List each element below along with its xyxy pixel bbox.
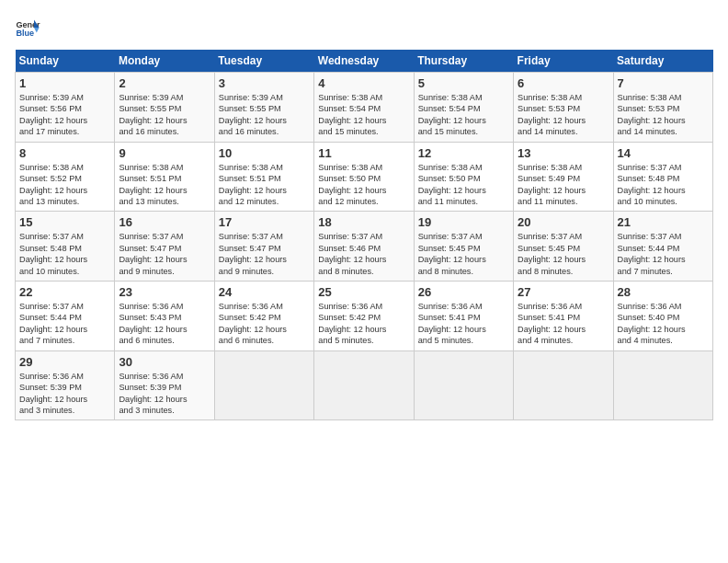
page-header: General Blue [15,15,713,40]
week-row-4: 22Sunrise: 5:37 AMSunset: 5:44 PMDayligh… [16,282,713,351]
info-line: Sunset: 5:43 PM [119,313,181,322]
info-line: Sunrise: 5:39 AM [219,93,283,102]
weekday-header-row: SundayMondayTuesdayWednesdayThursdayFrid… [16,50,713,73]
day-number: 12 [418,146,509,160]
info-line: and 7 minutes. [19,336,74,345]
day-info: Sunrise: 5:37 AMSunset: 5:48 PMDaylight:… [19,231,110,277]
day-info: Sunrise: 5:37 AMSunset: 5:47 PMDaylight:… [219,231,310,277]
info-line: and 8 minutes. [518,267,573,276]
info-line: and 9 minutes. [119,267,174,276]
day-number: 20 [518,215,609,229]
day-cell [514,350,613,420]
info-line: Daylight: 12 hours [119,255,187,264]
day-number: 25 [318,285,409,299]
info-line: Sunset: 5:39 PM [19,383,82,392]
info-line: Sunset: 5:50 PM [418,174,481,183]
day-cell: 13Sunrise: 5:38 AMSunset: 5:49 PMDayligh… [514,142,613,212]
logo: General Blue [15,15,44,40]
day-info: Sunrise: 5:36 AMSunset: 5:41 PMDaylight:… [518,301,609,347]
day-number: 23 [119,285,210,299]
info-line: Sunrise: 5:38 AM [518,163,582,172]
info-line: Daylight: 12 hours [219,186,287,195]
day-number: 14 [618,146,709,160]
info-line: and 8 minutes. [318,267,373,276]
day-cell: 24Sunrise: 5:36 AMSunset: 5:42 PMDayligh… [214,282,313,351]
info-line: Sunset: 5:48 PM [19,244,82,253]
day-number: 16 [119,215,210,229]
day-number: 5 [418,76,509,90]
day-info: Sunrise: 5:37 AMSunset: 5:45 PMDaylight:… [418,231,509,277]
info-line: Daylight: 12 hours [518,255,586,264]
info-line: and 16 minutes. [219,127,279,136]
info-line: Daylight: 12 hours [19,255,87,264]
day-number: 21 [618,215,709,229]
info-line: Sunset: 5:51 PM [219,174,281,183]
day-number: 13 [518,146,609,160]
info-line: Sunrise: 5:38 AM [318,163,382,172]
day-cell: 16Sunrise: 5:37 AMSunset: 5:47 PMDayligh… [115,212,214,282]
info-line: Sunrise: 5:38 AM [418,93,483,102]
info-line: Sunrise: 5:36 AM [119,302,183,311]
info-line: Daylight: 12 hours [518,116,586,125]
info-line: and 12 minutes. [219,197,279,206]
info-line: Sunrise: 5:37 AM [518,232,582,241]
info-line: Sunset: 5:41 PM [418,313,481,322]
day-number: 2 [119,76,210,90]
info-line: Sunset: 5:54 PM [418,104,481,113]
info-line: and 5 minutes. [318,336,373,345]
day-number: 27 [518,285,609,299]
weekday-header-friday: Friday [514,50,613,73]
info-line: and 13 minutes. [19,197,79,206]
info-line: Sunset: 5:51 PM [119,174,181,183]
day-info: Sunrise: 5:37 AMSunset: 5:48 PMDaylight:… [618,162,709,208]
info-line: Daylight: 12 hours [618,325,686,334]
info-line: Daylight: 12 hours [219,116,287,125]
day-info: Sunrise: 5:37 AMSunset: 5:47 PMDaylight:… [119,231,210,277]
weekday-header-wednesday: Wednesday [314,50,414,73]
day-cell: 15Sunrise: 5:37 AMSunset: 5:48 PMDayligh… [16,212,115,282]
day-info: Sunrise: 5:36 AMSunset: 5:40 PMDaylight:… [618,301,709,347]
info-line: Sunset: 5:52 PM [19,174,82,183]
day-cell [613,350,712,420]
info-line: Daylight: 12 hours [318,116,386,125]
day-info: Sunrise: 5:38 AMSunset: 5:53 PMDaylight:… [518,92,609,138]
info-line: Sunrise: 5:39 AM [19,93,84,102]
day-number: 15 [19,215,110,229]
info-line: Daylight: 12 hours [418,116,486,125]
info-line: Daylight: 12 hours [19,325,87,334]
info-line: Sunrise: 5:37 AM [318,232,382,241]
info-line: Daylight: 12 hours [518,186,586,195]
day-number: 19 [418,215,509,229]
info-line: Sunset: 5:42 PM [219,313,281,322]
day-number: 9 [119,146,210,160]
info-line: Daylight: 12 hours [318,325,386,334]
info-line: and 5 minutes. [418,336,473,345]
day-info: Sunrise: 5:38 AMSunset: 5:49 PMDaylight:… [518,162,609,208]
day-number: 1 [19,76,110,90]
day-info: Sunrise: 5:36 AMSunset: 5:39 PMDaylight:… [19,371,110,417]
day-cell: 1Sunrise: 5:39 AMSunset: 5:56 PMDaylight… [16,73,115,143]
info-line: Sunrise: 5:39 AM [119,93,183,102]
info-line: and 17 minutes. [19,127,79,136]
info-line: and 11 minutes. [418,197,478,206]
day-cell: 14Sunrise: 5:37 AMSunset: 5:48 PMDayligh… [613,142,712,212]
info-line: Sunrise: 5:36 AM [418,302,483,311]
day-info: Sunrise: 5:36 AMSunset: 5:43 PMDaylight:… [119,301,210,347]
day-info: Sunrise: 5:37 AMSunset: 5:44 PMDaylight:… [618,231,709,277]
info-line: Sunrise: 5:38 AM [618,93,682,102]
day-info: Sunrise: 5:38 AMSunset: 5:53 PMDaylight:… [618,92,709,138]
info-line: Daylight: 12 hours [318,255,386,264]
info-line: Sunrise: 5:37 AM [219,232,283,241]
week-row-5: 29Sunrise: 5:36 AMSunset: 5:39 PMDayligh… [16,350,713,420]
day-cell [414,350,513,420]
info-line: Daylight: 12 hours [19,186,87,195]
info-line: Sunrise: 5:38 AM [518,93,582,102]
info-line: Sunrise: 5:36 AM [618,302,682,311]
day-cell: 20Sunrise: 5:37 AMSunset: 5:45 PMDayligh… [514,212,613,282]
info-line: Sunset: 5:47 PM [119,244,181,253]
info-line: and 16 minutes. [119,127,178,136]
day-cell: 29Sunrise: 5:36 AMSunset: 5:39 PMDayligh… [16,350,115,420]
weekday-header-sunday: Sunday [16,50,115,73]
info-line: and 4 minutes. [618,336,673,345]
info-line: Sunset: 5:49 PM [518,174,580,183]
